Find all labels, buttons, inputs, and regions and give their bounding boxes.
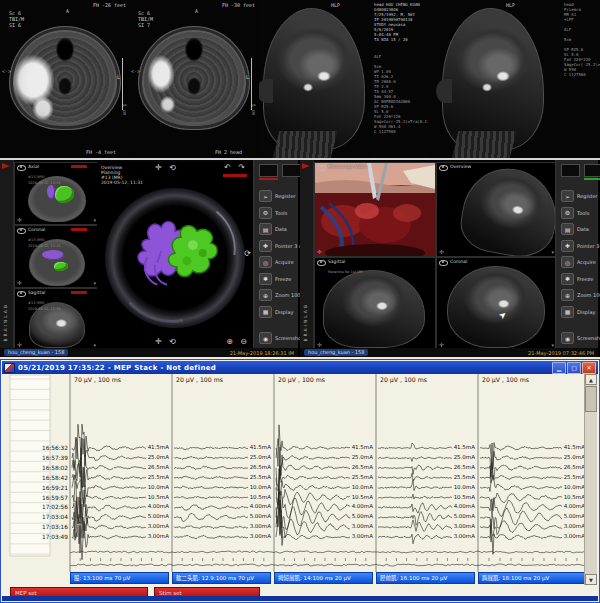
svg-text:17:02:56: 17:02:56 (42, 504, 68, 510)
tumor-overlay (54, 262, 68, 271)
nav-button-label: Register (275, 193, 296, 199)
channel-label: 股: 13:100 ms 70 μV (70, 572, 169, 584)
screenshot-icon: ◉ (259, 332, 272, 344)
overlay-series-info: Sc 6 TBI/M SI 6 (9, 10, 24, 28)
nav-button-data[interactable]: ▤Data (259, 223, 298, 235)
eye-icon[interactable] (317, 260, 326, 266)
nav-button-acquire[interactable]: ◎Acquire (259, 256, 298, 268)
redo-icon[interactable]: ↷ (238, 164, 245, 172)
rotate-icon[interactable]: ⟲ (169, 338, 176, 346)
svg-text:25.0mA: 25.0mA (148, 454, 170, 460)
rotate-right-icon[interactable]: ⟳ (244, 250, 251, 258)
nav-button-register[interactable]: ➢Register (259, 190, 298, 202)
pan-icon[interactable]: ✛ (155, 164, 162, 172)
svg-text:16:59:57: 16:59:57 (42, 495, 68, 501)
data-icon: ▤ (259, 223, 272, 235)
nav-button-display[interactable]: ▦Display (259, 306, 298, 318)
viewport-microscope-video[interactable]: Microscope Video ✛ (314, 162, 436, 257)
layout-thumbnails (561, 164, 600, 180)
nav-button-data[interactable]: ▤Data (561, 223, 598, 235)
eye-icon[interactable] (317, 165, 326, 171)
zoom-icon: ⊕ (259, 289, 272, 301)
svg-text:4.00mA: 4.00mA (148, 503, 170, 509)
layout-thumbnail[interactable] (584, 164, 600, 177)
viewport-3d[interactable]: Overview Planning #13 (MR) 2019-05-12, 1… (97, 162, 253, 348)
crosshair-icon[interactable]: ✛ (439, 249, 444, 255)
panel-arrow-icon[interactable]: ▾ (93, 218, 96, 223)
panel-arrow-icon[interactable]: ▾ (551, 250, 554, 255)
maximize-button[interactable]: ▢ (567, 362, 581, 374)
mri-sagittal-view-1[interactable]: HLP (259, 0, 372, 158)
viewport-sagittal[interactable]: Sagittal #13 (MR) 2019-05-12, 11:31 ✛ ▾ (14, 288, 98, 350)
svg-text:10.5mA: 10.5mA (564, 494, 586, 500)
nav-button-zoom[interactable]: ⊕Zoom 100% (259, 289, 298, 301)
mri-axial-view-2[interactable]: Sc 6 TBI/M SI 7 A FH -30 feet L <·> 5 cm… (129, 0, 257, 158)
svg-text:5.00mA: 5.00mA (352, 513, 374, 519)
patient-name-pill[interactable]: hou_cheng_kuan - 158 (4, 349, 68, 356)
patient-name-pill[interactable]: hou_cheng_kuan - 158 (304, 349, 368, 356)
layout-thumbnail[interactable] (561, 164, 580, 177)
viewport-sagittal-nav[interactable]: Sagittal Recentre No 1st MR ✛ (314, 257, 436, 350)
view-sub: #13 (MR) 2019-05-12, 11:31 (28, 238, 61, 248)
nav-button-display[interactable]: ▦Display (561, 306, 598, 318)
nav-button-label: Tools (275, 210, 287, 216)
nav-button-acquire[interactable]: ◎Acquire (561, 256, 598, 268)
viewport-coronal[interactable]: Coronal #13 (MR) 2019-05-12, 11:31 ✛ ▾ (14, 225, 98, 288)
scroll-up-icon[interactable]: ▲ (585, 374, 597, 385)
panel-arrow-icon[interactable]: ▾ (93, 281, 96, 286)
nav-button-freeze[interactable]: ✱Freeze (259, 273, 298, 285)
view-label: Overview (450, 164, 471, 169)
mep-set-button[interactable]: MEP set (10, 587, 148, 596)
rotate-icon[interactable]: ⟲ (169, 164, 176, 172)
svg-text:3.00mA: 3.00mA (250, 523, 272, 529)
minimize-button[interactable]: ▁ (552, 362, 566, 374)
scale-ruler (122, 58, 123, 110)
eye-icon[interactable] (17, 291, 26, 297)
segmentation-3d-image (97, 162, 253, 348)
mri-sagittal-view-2[interactable]: HLP (428, 0, 562, 158)
mep-titlebar[interactable]: 05/21/2019 17:35:22 - MEP Stack - Not de… (2, 361, 598, 374)
zoom-in-icon[interactable]: ⊕ (226, 338, 233, 346)
eye-icon[interactable] (17, 165, 26, 171)
overlay-orientation: HLP (331, 2, 340, 8)
svg-text:16:56:32: 16:56:32 (42, 445, 68, 451)
close-button[interactable]: ✕ (582, 362, 596, 374)
nav-button-screenshot[interactable]: ◉Screenshot (561, 332, 598, 344)
nav-button-pointer[interactable]: ✚Pointer 3 mm (561, 240, 598, 252)
nav-button-pointer[interactable]: ✚Pointer 3 mm (259, 240, 298, 252)
layout-indicator (282, 178, 301, 180)
crosshair-icon[interactable]: ✛ (17, 280, 22, 286)
nav-button-tools[interactable]: ⚙Tools (561, 207, 598, 219)
viewport-axial[interactable]: Axial #13 (MR) 2019-05-12, 11:31 ✛ ▾ (14, 162, 98, 225)
sagittal-brain-image (442, 8, 544, 150)
nav-button-register[interactable]: ➢Register (561, 190, 598, 202)
eye-icon[interactable] (17, 228, 26, 234)
vertical-scrollbar[interactable]: ▲ ▼ (584, 374, 597, 585)
scroll-thumb[interactable] (585, 386, 597, 412)
toolbar-sidebar: ➢Register⚙Tools▤Data✚Pointer 3 mm◎Acquir… (555, 160, 598, 348)
nav-button-screenshot[interactable]: ◉Screenshot (259, 332, 298, 344)
navigation-window-microscope: BRAINLAB (300, 160, 598, 357)
svg-text:5.00mA: 5.00mA (148, 513, 170, 519)
layout-thumbnail[interactable] (282, 164, 301, 177)
navigation-row: BRAINLAB Axial #13 (MR) 2019-05-12, 11:3… (0, 160, 600, 357)
pan-icon[interactable]: ✛ (155, 338, 162, 346)
nav-button-zoom[interactable]: ⊕Zoom 100% (561, 289, 598, 301)
zoom-out-icon[interactable]: ⊖ (240, 338, 247, 346)
viewport-coronal-nav[interactable]: ➤ Coronal ✛ ▾ (436, 257, 556, 350)
stim-set-button[interactable]: Stim set (154, 587, 260, 596)
undo-icon[interactable]: ↶ (224, 164, 231, 172)
nav-button-tools[interactable]: ⚙Tools (259, 207, 298, 219)
nav-button-freeze[interactable]: ✱Freeze (561, 273, 598, 285)
crosshair-icon[interactable]: ✛ (17, 217, 22, 223)
brand-logo-icon (302, 163, 310, 169)
scroll-down-icon[interactable]: ▼ (585, 574, 597, 585)
eye-icon[interactable] (439, 260, 448, 266)
eye-icon[interactable] (439, 165, 448, 171)
layout-thumbnail[interactable] (259, 164, 278, 177)
brand-logo-icon (2, 163, 10, 169)
crosshair-icon[interactable]: ✛ (317, 249, 322, 255)
viewport-overview[interactable]: Overview ✛ ▾ (436, 162, 556, 257)
svg-text:17:03:49: 17:03:49 (42, 534, 68, 540)
mri-axial-view-1[interactable]: Sc 6 TBI/M SI 6 A FH -26 feet L <·> 5 cm… (0, 0, 128, 158)
